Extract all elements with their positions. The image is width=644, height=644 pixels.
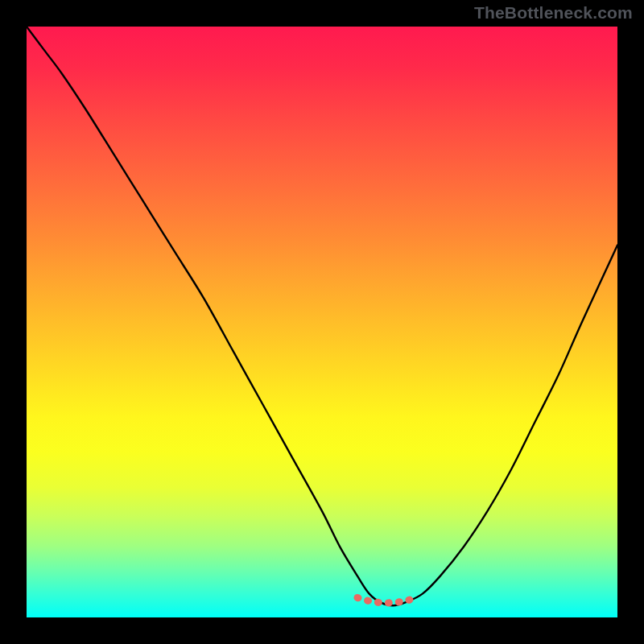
optimal-marker [357, 597, 416, 603]
bottleneck-curve [27, 27, 617, 605]
chart-svg [27, 27, 617, 617]
watermark-text: TheBottleneck.com [474, 3, 633, 23]
plot-area [27, 27, 617, 617]
chart-frame: TheBottleneck.com [0, 0, 644, 644]
